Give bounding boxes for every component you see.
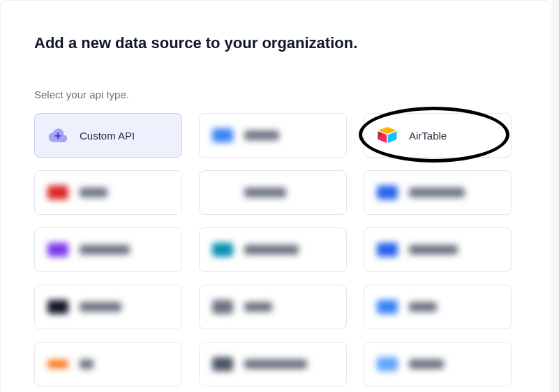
api-card-blurred[interactable] (364, 170, 512, 215)
api-card-blurred[interactable] (364, 342, 512, 386)
blurred-label (80, 245, 130, 255)
api-card-blurred[interactable] (199, 113, 347, 158)
api-card-blurred[interactable] (199, 342, 347, 386)
blurred-icon (212, 239, 233, 260)
blurred-icon (212, 182, 233, 203)
blurred-label (80, 359, 94, 369)
blurred-label (409, 302, 437, 312)
blurred-label (244, 359, 307, 369)
blurred-label (409, 359, 444, 369)
api-card-airtable[interactable]: AirTable (364, 113, 512, 158)
api-card-blurred[interactable] (199, 170, 347, 215)
api-card-blurred[interactable] (364, 227, 512, 272)
modal-title: Add a new data source to your organizati… (34, 34, 516, 52)
blurred-icon (47, 354, 68, 375)
api-card-blurred[interactable] (34, 170, 182, 215)
blurred-icon (47, 296, 68, 317)
api-card-custom-api[interactable]: Custom API (34, 113, 182, 158)
blurred-label (244, 188, 286, 197)
blurred-icon (377, 182, 398, 203)
blurred-icon (212, 354, 233, 375)
api-card-blurred[interactable] (34, 285, 182, 329)
cloud-upload-icon (47, 125, 68, 146)
blurred-label (409, 245, 458, 255)
blurred-icon (377, 239, 398, 260)
api-card-blurred[interactable] (364, 285, 512, 329)
scrollbar-track[interactable] (552, 0, 559, 392)
blurred-label (80, 188, 107, 197)
blurred-icon (377, 354, 398, 375)
blurred-icon (377, 296, 398, 317)
blurred-label (244, 302, 272, 312)
blurred-icon (47, 239, 68, 260)
airtable-icon (377, 125, 398, 146)
api-card-label: AirTable (409, 130, 447, 142)
blurred-label (80, 302, 121, 312)
modal-subtitle: Select your api type. (34, 89, 516, 100)
blurred-label (244, 245, 299, 255)
api-card-blurred[interactable] (199, 285, 347, 329)
blurred-icon (212, 125, 233, 146)
blurred-label (244, 130, 279, 140)
add-data-source-modal: Add a new data source to your organizati… (0, 0, 551, 392)
api-card-blurred[interactable] (34, 342, 182, 386)
api-card-blurred[interactable] (34, 227, 182, 272)
blurred-icon (212, 296, 233, 317)
blurred-label (409, 188, 465, 197)
api-type-grid: Custom API AirTable (34, 113, 516, 386)
blurred-icon (47, 182, 68, 203)
api-card-blurred[interactable] (199, 227, 347, 272)
api-card-label: Custom API (80, 130, 135, 142)
